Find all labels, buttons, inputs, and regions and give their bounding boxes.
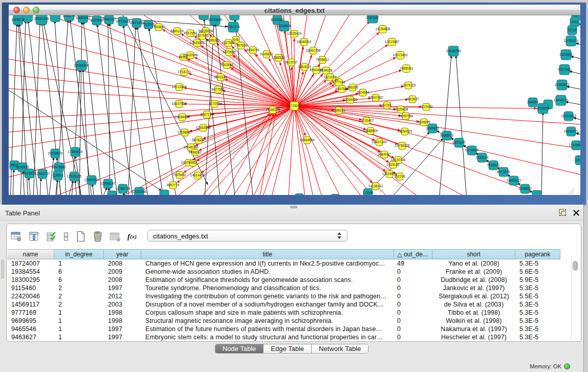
graph-node-label: 16961758 bbox=[306, 49, 321, 52]
graph-node-label: 8454749 bbox=[246, 48, 259, 52]
column-header-short[interactable]: short bbox=[432, 249, 515, 259]
graph-node-label: 12023446 bbox=[132, 190, 147, 193]
graph-node-label: 12213369 bbox=[172, 85, 187, 89]
graph-node-label: 1640955 bbox=[426, 126, 439, 130]
cell-out_degree: 0 bbox=[394, 325, 432, 333]
graph-edge-black bbox=[40, 178, 41, 195]
graph-node-label: 7955812 bbox=[316, 58, 329, 61]
graph-node[interactable] bbox=[532, 190, 541, 195]
graph-node-label: 5875685 bbox=[223, 50, 236, 54]
graph-node-label: 15692971 bbox=[564, 129, 579, 133]
table-row[interactable]: 911546021997Tourette syndrome. Phenomeno… bbox=[7, 284, 580, 292]
cell-pagerank: 5.3E-5 bbox=[515, 259, 560, 268]
graph-node-label: 7485063 bbox=[400, 67, 413, 70]
graph-node-label: 17016504 bbox=[569, 143, 580, 147]
tab-node-table[interactable]: Node Table bbox=[215, 344, 264, 353]
graph-edge-red bbox=[294, 106, 580, 195]
network-canvas[interactable]: 1405574206914061993774106532671327602696… bbox=[9, 15, 580, 195]
graph-edge-red bbox=[9, 61, 294, 106]
column-header-in_degree[interactable]: in_degree bbox=[54, 249, 104, 259]
table-body: 1872400712008Changes of HCN gene express… bbox=[7, 259, 580, 341]
cell-short: Wolkin et al. (1998) bbox=[432, 317, 515, 325]
graph-node-label: 1327602 bbox=[90, 18, 103, 22]
graph-edge-red bbox=[187, 59, 294, 106]
table-panel: Table Panel bbox=[0, 205, 584, 372]
table-row[interactable]: 977716911998Corpus callosum shape and si… bbox=[7, 309, 580, 317]
table-row[interactable]: 1456911722003Disruption of a novel membe… bbox=[7, 300, 580, 309]
window-title: citations_edges.txt bbox=[9, 7, 580, 14]
column-header-title[interactable]: title bbox=[141, 249, 394, 259]
graph-node-label: 9463627 bbox=[406, 97, 419, 101]
cell-in_degree: 6 bbox=[54, 276, 104, 284]
table-source-dropdown[interactable]: citations_edges.txt bbox=[147, 230, 347, 242]
memory-status-icon[interactable] bbox=[564, 363, 570, 369]
column-header-out_degree[interactable]: △ out_de… bbox=[394, 249, 432, 259]
cell-title: Structural magnetic resonance image aver… bbox=[141, 317, 394, 325]
cell-pagerank: 5.9E-5 bbox=[515, 276, 560, 284]
graph-node-label: 1588520 bbox=[272, 56, 285, 59]
graph-node-label: 7663822 bbox=[152, 25, 165, 29]
column-header-pagerank[interactable]: pagerank bbox=[515, 249, 560, 259]
table-card: f(x) citations_edges.txt namein_degreeye… bbox=[6, 224, 581, 342]
float-window-icon[interactable] bbox=[559, 209, 567, 216]
graph-edge-black bbox=[576, 133, 580, 137]
graph-node-label: 8938923 bbox=[440, 134, 453, 137]
graph-node[interactable] bbox=[331, 194, 340, 195]
table-settings-icon[interactable] bbox=[11, 231, 22, 242]
function-builder-icon[interactable]: f(x) bbox=[127, 232, 137, 241]
cell-out_degree: 0 bbox=[394, 300, 432, 309]
graph-node-label: 12213967 bbox=[385, 40, 400, 43]
graph-node-label: 14136141 bbox=[368, 184, 383, 188]
cell-title: Changes of HCN gene expression and I(f) … bbox=[141, 259, 394, 268]
graph-node-label: 12353594 bbox=[196, 126, 211, 129]
cell-name: 19384554 bbox=[7, 268, 54, 276]
tab-network-table[interactable]: Network Table bbox=[312, 344, 368, 353]
graph-node[interactable] bbox=[230, 15, 239, 20]
table-header-row: namein_degreeyeartitle△ out_de…shortpage… bbox=[7, 249, 580, 259]
cell-short: Hescheler et al. (1997) bbox=[432, 333, 515, 341]
table-row[interactable]: 946554611997Estimation of the future num… bbox=[7, 325, 580, 333]
graph-node[interactable] bbox=[160, 190, 169, 195]
cell-short: Yano et al. (2008) bbox=[432, 259, 515, 268]
table-row[interactable]: 2242004622012Investigating the contribut… bbox=[7, 292, 580, 300]
delete-table-icon[interactable] bbox=[93, 231, 103, 242]
window-titlebar[interactable]: citations_edges.txt bbox=[9, 5, 580, 15]
cell-short: Tibbo et al. (1998) bbox=[432, 309, 515, 317]
cell-year: 2008 bbox=[104, 259, 141, 268]
cell-out_degree: 0 bbox=[394, 292, 432, 300]
graph-node[interactable] bbox=[295, 194, 304, 195]
graph-node-label: 10543382 bbox=[190, 41, 205, 45]
cell-name: 9699695 bbox=[7, 317, 54, 325]
table-row[interactable]: 1830029562008Estimation of significance … bbox=[7, 276, 580, 284]
table-row[interactable]: 946362711997Embryonic stem cells: a mode… bbox=[7, 333, 580, 341]
scrollbar-thumb[interactable] bbox=[573, 261, 578, 271]
table-vertical-scrollbar[interactable] bbox=[571, 259, 579, 341]
show-column-icon[interactable] bbox=[29, 231, 39, 242]
cell-year: 1997 bbox=[104, 325, 141, 333]
column-header-year[interactable]: year bbox=[104, 249, 141, 259]
table-row[interactable]: 1938455462009Genome-wide association stu… bbox=[7, 268, 580, 276]
close-panel-icon[interactable] bbox=[573, 210, 579, 216]
splitter-grip[interactable] bbox=[290, 206, 297, 208]
cell-pagerank: 5.3E-5 bbox=[515, 300, 560, 309]
graph-edge-black bbox=[573, 118, 580, 122]
table-row[interactable]: 1872400712008Changes of HCN gene express… bbox=[7, 259, 580, 268]
graph-node-label: 9327503 bbox=[195, 34, 209, 37]
graph-node-label: 352214 bbox=[394, 174, 405, 178]
resize-grip-icon[interactable] bbox=[567, 188, 574, 194]
graph-node[interactable] bbox=[51, 15, 60, 22]
tab-edge-table[interactable]: Edge Table bbox=[264, 344, 312, 353]
new-table-icon[interactable] bbox=[76, 231, 86, 242]
graph-node-label: 15720407 bbox=[359, 119, 374, 122]
graph-edge-red bbox=[294, 106, 481, 195]
select-columns-icon[interactable] bbox=[46, 231, 56, 242]
table-row[interactable]: 969969511998Structural magnetic resonanc… bbox=[7, 317, 580, 325]
cell-name: 14569117 bbox=[7, 300, 54, 309]
row-height-icon[interactable] bbox=[63, 231, 69, 242]
graph-node-label: 1156829 bbox=[16, 165, 29, 169]
graph-node-label: 1362615 bbox=[298, 65, 311, 69]
column-header-name[interactable]: name bbox=[7, 249, 54, 259]
graph-node[interactable] bbox=[107, 191, 117, 195]
graph-node-label: 10719185 bbox=[116, 19, 130, 23]
graph-node-label: 19756928 bbox=[395, 144, 410, 147]
